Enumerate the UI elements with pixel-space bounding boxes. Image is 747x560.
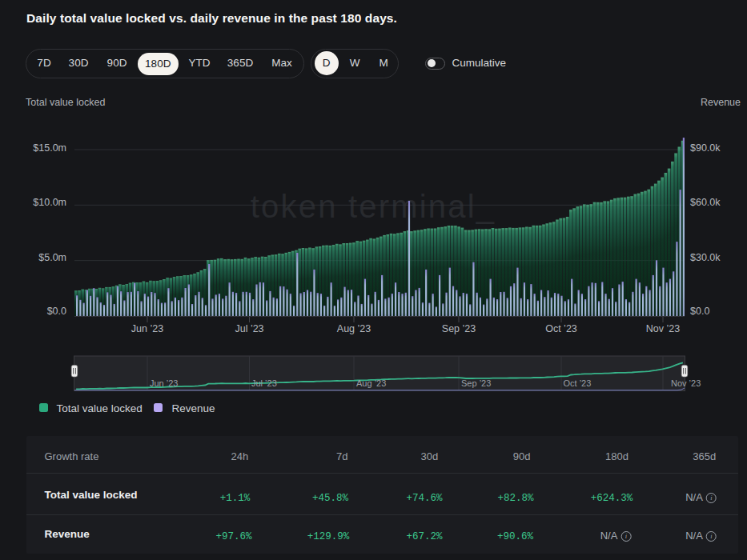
svg-text:token terminal_: token terminal_ bbox=[251, 189, 496, 224]
